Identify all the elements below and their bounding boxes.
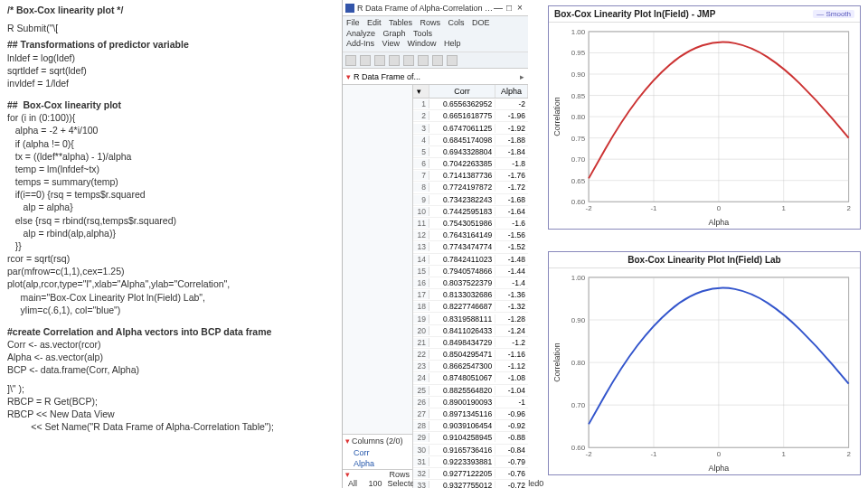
- cell-corr[interactable]: 0.6845174098: [429, 136, 495, 145]
- table-row[interactable]: 80.7724197872-1.72: [413, 182, 528, 193]
- cell-alpha[interactable]: -1.48: [495, 255, 528, 264]
- toolbar-icon[interactable]: [403, 55, 414, 66]
- table-row[interactable]: 130.7743474774-1.52: [413, 241, 528, 253]
- dropdown-icon[interactable]: ▸: [520, 72, 524, 81]
- cell-alpha[interactable]: -1.28: [495, 314, 528, 324]
- cell-corr[interactable]: 0.8037522379: [429, 278, 495, 287]
- cell-alpha[interactable]: -1.2: [495, 338, 528, 347]
- cell-corr[interactable]: 0.8498434729: [429, 338, 495, 347]
- toolbar-icon[interactable]: [374, 55, 385, 66]
- disclosure-icon[interactable]: ▾: [346, 72, 351, 81]
- table-row[interactable]: 100.7442595183-1.64: [413, 206, 528, 218]
- table-row[interactable]: 90.7342382243-1.68: [413, 194, 528, 206]
- menu-rows[interactable]: Rows: [420, 18, 440, 27]
- cell-corr[interactable]: 0.7342382243: [429, 195, 495, 204]
- cell-alpha[interactable]: -1.44: [495, 267, 528, 276]
- cell-alpha[interactable]: -1.32: [495, 302, 528, 311]
- table-row[interactable]: 200.8411026433-1.24: [413, 325, 528, 337]
- cell-corr[interactable]: 0.8971345116: [429, 409, 495, 418]
- cell-alpha[interactable]: -2: [495, 99, 528, 108]
- table-row[interactable]: 330.9327755012-0.72: [413, 480, 528, 488]
- menu-tables[interactable]: Tables: [389, 18, 412, 27]
- cell-corr[interactable]: 0.7842411023: [429, 255, 495, 264]
- cell-corr[interactable]: 0.8900190093: [429, 398, 495, 407]
- table-row[interactable]: 190.8319588111-1.28: [413, 313, 528, 324]
- cell-corr[interactable]: 0.9277122205: [429, 469, 495, 478]
- jmp-titlebar[interactable]: R Data Frame of Alpha-Correlation Table …: [343, 0, 528, 16]
- cell-corr[interactable]: 0.7940574866: [429, 267, 495, 276]
- cell-corr[interactable]: 0.8748051067: [429, 373, 495, 382]
- table-row[interactable]: 110.7543051986-1.6: [413, 218, 528, 230]
- disclosure-icon[interactable]: ▾: [345, 470, 350, 479]
- cell-alpha[interactable]: -0.76: [495, 469, 528, 478]
- cell-alpha[interactable]: -1.12: [495, 361, 528, 371]
- table-row[interactable]: 290.9104258945-0.88: [413, 432, 528, 444]
- cell-alpha[interactable]: -0.79: [495, 457, 528, 466]
- table-row[interactable]: 160.8037522379-1.4: [413, 277, 528, 289]
- table-row[interactable]: 70.7141387736-1.76: [413, 170, 528, 182]
- cell-alpha[interactable]: -0.84: [495, 446, 528, 455]
- table-row[interactable]: 210.8498434729-1.2: [413, 337, 528, 349]
- cell-alpha[interactable]: -1.52: [495, 242, 528, 251]
- cell-alpha[interactable]: -1.68: [495, 195, 528, 204]
- toolbar-icon[interactable]: [418, 55, 429, 66]
- menu-view[interactable]: View: [382, 39, 400, 48]
- cell-alpha[interactable]: -1.4: [495, 278, 528, 287]
- cell-corr[interactable]: 0.8319588111: [429, 314, 495, 324]
- cell-alpha[interactable]: -1.8: [495, 159, 528, 168]
- cell-corr[interactable]: 0.8133032686: [429, 290, 495, 299]
- table-row[interactable]: 230.8662547300-1.12: [413, 361, 528, 372]
- table-row[interactable]: 140.7842411023-1.48: [413, 254, 528, 266]
- menu-edit[interactable]: Edit: [367, 18, 382, 27]
- cell-corr[interactable]: 0.7442595183: [429, 207, 495, 216]
- cell-corr[interactable]: 0.9223393881: [429, 457, 495, 466]
- cell-alpha[interactable]: -0.88: [495, 433, 528, 442]
- cell-alpha[interactable]: -1.76: [495, 171, 528, 180]
- cell-corr[interactable]: 0.7643164149: [429, 230, 495, 239]
- cell-alpha[interactable]: -1.16: [495, 350, 528, 359]
- col-header-corr[interactable]: Corr: [429, 85, 495, 98]
- menu-cols[interactable]: Cols: [448, 18, 464, 27]
- table-row[interactable]: 320.9277122205-0.76: [413, 468, 528, 480]
- table-row[interactable]: 20.6651618775-1.96: [413, 110, 528, 122]
- cell-alpha[interactable]: -1.72: [495, 183, 528, 192]
- cell-alpha[interactable]: -1.88: [495, 136, 528, 145]
- column-item[interactable]: Corr: [343, 447, 412, 458]
- minimize-icon[interactable]: —: [493, 3, 504, 13]
- menu-tools[interactable]: Tools: [413, 29, 432, 38]
- cell-alpha[interactable]: -1.84: [495, 147, 528, 156]
- maximize-icon[interactable]: □: [504, 3, 514, 13]
- jmp-menubar[interactable]: File Edit Tables Rows Cols DOE Analyze G…: [343, 16, 528, 52]
- table-row[interactable]: 280.9039106454-0.92: [413, 420, 528, 432]
- menu-doe[interactable]: DOE: [472, 18, 490, 27]
- cell-alpha[interactable]: -1.08: [495, 373, 528, 382]
- table-row[interactable]: 270.8971345116-0.96: [413, 408, 528, 420]
- table-row[interactable]: 30.6747061125-1.92: [413, 122, 528, 134]
- cell-corr[interactable]: 0.6651618775: [429, 111, 495, 120]
- cell-corr[interactable]: 0.6556362952: [429, 99, 495, 108]
- table-row[interactable]: 40.6845174098-1.88: [413, 135, 528, 146]
- toolbar-icon[interactable]: [345, 55, 356, 66]
- cell-alpha[interactable]: -1.96: [495, 111, 528, 120]
- cell-corr[interactable]: 0.9327755012: [429, 481, 495, 488]
- cell-alpha[interactable]: -1.56: [495, 230, 528, 239]
- cell-alpha[interactable]: -0.96: [495, 409, 528, 418]
- cell-corr[interactable]: 0.8825564820: [429, 386, 495, 395]
- cell-corr[interactable]: 0.6747061125: [429, 124, 495, 133]
- cell-corr[interactable]: 0.7743474774: [429, 242, 495, 251]
- table-row[interactable]: 260.8900190093-1: [413, 397, 528, 408]
- table-body[interactable]: 10.6556362952-220.6651618775-1.9630.6747…: [413, 99, 528, 488]
- cell-corr[interactable]: 0.7543051986: [429, 219, 495, 228]
- table-row[interactable]: 240.8748051067-1.08: [413, 372, 528, 384]
- toolbar-icon[interactable]: [389, 55, 400, 66]
- table-row[interactable]: 10.6556362952-2: [413, 99, 528, 110]
- cell-alpha[interactable]: -0.72: [495, 481, 528, 488]
- table-row[interactable]: 300.9165736416-0.84: [413, 445, 528, 456]
- cell-corr[interactable]: 0.8411026433: [429, 326, 495, 335]
- column-item[interactable]: Alpha: [343, 458, 412, 469]
- menu-file[interactable]: File: [346, 18, 360, 27]
- cell-alpha[interactable]: -1.36: [495, 290, 528, 299]
- cell-corr[interactable]: 0.7724197872: [429, 183, 495, 192]
- table-row[interactable]: 150.7940574866-1.44: [413, 266, 528, 277]
- menu-addins[interactable]: Add-Ins: [346, 39, 374, 48]
